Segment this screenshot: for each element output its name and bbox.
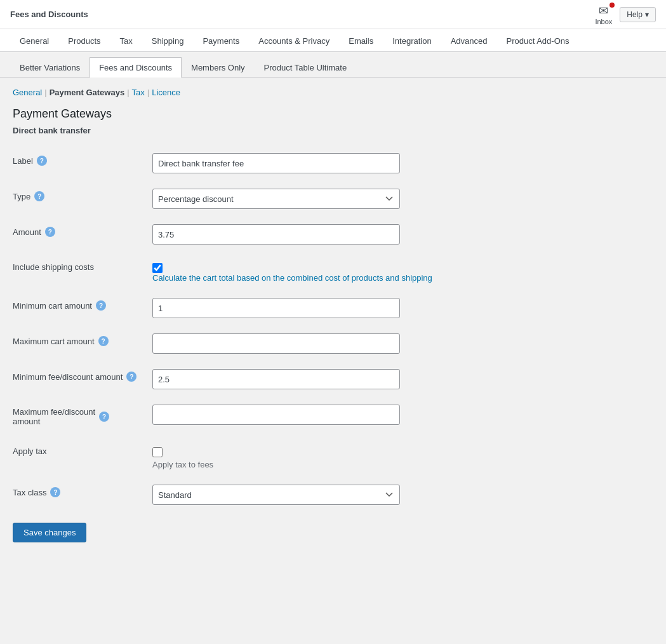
apply-tax-row: Apply tax Apply tax to fees xyxy=(13,436,653,477)
subsection-title: Direct bank transfer xyxy=(13,126,653,135)
breadcrumb-payment-gateways[interactable]: Payment Gateways xyxy=(50,88,125,97)
amount-input[interactable] xyxy=(152,224,400,245)
breadcrumb-sep-1: | xyxy=(44,88,46,97)
inbox-button[interactable]: ✉ Inbox xyxy=(595,4,612,25)
tab-tax[interactable]: Tax xyxy=(110,29,142,52)
max-cart-input[interactable] xyxy=(152,333,400,354)
breadcrumb: General | Payment Gateways | Tax | Licen… xyxy=(13,88,653,97)
tab-advanced[interactable]: Advanced xyxy=(441,29,497,52)
tax-class-row: Tax class ? Standard Reduced rate Zero r… xyxy=(13,477,653,513)
subtab-fees-and-discounts[interactable]: Fees and Discounts xyxy=(90,57,182,77)
breadcrumb-sep-2: | xyxy=(127,88,129,97)
include-shipping-row: Include shipping costs Calculate the car… xyxy=(13,252,653,290)
save-button[interactable]: Save changes xyxy=(13,523,86,542)
tab-shipping[interactable]: Shipping xyxy=(142,29,194,52)
tax-class-select[interactable]: Standard Reduced rate Zero rate xyxy=(152,485,400,505)
max-cart-help-icon[interactable]: ? xyxy=(98,336,109,346)
apply-tax-label: Apply tax xyxy=(13,446,46,456)
subtab-product-table-ultimate[interactable]: Product Table Ultimate xyxy=(255,57,357,77)
chevron-down-icon: ▾ xyxy=(645,10,649,19)
amount-field-label: Amount xyxy=(13,227,41,237)
breadcrumb-licence[interactable]: Licence xyxy=(152,88,180,97)
help-label: Help xyxy=(627,10,643,19)
min-cart-input[interactable] xyxy=(152,298,400,318)
include-shipping-desc: Calculate the cart total based on the co… xyxy=(152,273,653,283)
min-fee-row: Minimum fee/discount amount ? xyxy=(13,361,653,397)
type-field-label: Type xyxy=(13,192,30,201)
tab-product-add-ons[interactable]: Product Add-Ons xyxy=(497,29,579,52)
apply-tax-checkbox[interactable] xyxy=(152,447,163,457)
help-button[interactable]: Help ▾ xyxy=(620,7,656,22)
save-btn-row: Save changes xyxy=(13,513,653,553)
inbox-icon: ✉ xyxy=(599,4,608,18)
label-help-icon[interactable]: ? xyxy=(37,156,47,166)
apply-tax-desc: Apply tax to fees xyxy=(152,460,653,469)
type-select[interactable]: Percentage discount Fixed fee Fixed disc… xyxy=(152,189,400,209)
main-tabs: General Products Tax Shipping Payments A… xyxy=(0,29,666,52)
label-input[interactable] xyxy=(152,153,400,173)
min-cart-help-icon[interactable]: ? xyxy=(96,300,106,311)
breadcrumb-sep-3: | xyxy=(147,88,149,97)
tab-general[interactable]: General xyxy=(10,29,58,52)
breadcrumb-tax[interactable]: Tax xyxy=(132,88,145,97)
breadcrumb-general[interactable]: General xyxy=(13,88,42,97)
max-fee-help-icon[interactable]: ? xyxy=(99,412,109,422)
min-fee-help-icon[interactable]: ? xyxy=(126,372,137,382)
sub-tabs: Better Variations Fees and Discounts Mem… xyxy=(0,52,666,77)
max-cart-row: Maximum cart amount ? xyxy=(13,326,653,361)
type-help-icon[interactable]: ? xyxy=(34,191,44,201)
min-cart-row: Minimum cart amount ? xyxy=(13,290,653,326)
min-fee-input[interactable] xyxy=(152,369,400,389)
max-fee-row: Maximum fee/discountamount ? xyxy=(13,397,653,436)
tax-class-label: Tax class xyxy=(13,488,46,497)
tax-class-help-icon[interactable]: ? xyxy=(50,487,60,497)
page-title: Fees and Discounts xyxy=(10,10,88,19)
include-shipping-label: Include shipping costs xyxy=(13,262,94,272)
min-fee-label: Minimum fee/discount amount xyxy=(13,372,123,382)
section-title: Payment Gateways xyxy=(13,107,653,121)
amount-help-icon[interactable]: ? xyxy=(45,227,55,237)
form-table: Label ? Type ? xyxy=(13,145,653,513)
amount-row: Amount ? xyxy=(13,217,653,252)
tab-products[interactable]: Products xyxy=(58,29,110,52)
tab-accounts-privacy[interactable]: Accounts & Privacy xyxy=(249,29,339,52)
label-row: Label ? xyxy=(13,145,653,181)
tab-payments[interactable]: Payments xyxy=(193,29,249,52)
subtab-members-only[interactable]: Members Only xyxy=(182,57,255,77)
label-field-label: Label xyxy=(13,156,33,166)
max-cart-label: Maximum cart amount xyxy=(13,337,95,346)
type-row: Type ? Percentage discount Fixed fee Fix… xyxy=(13,181,653,217)
include-shipping-checkbox[interactable] xyxy=(152,263,163,273)
max-fee-input[interactable] xyxy=(152,405,400,425)
subtab-better-variations[interactable]: Better Variations xyxy=(10,57,90,77)
min-cart-label: Minimum cart amount xyxy=(13,301,92,311)
inbox-badge xyxy=(609,3,615,8)
tab-emails[interactable]: Emails xyxy=(339,29,383,52)
inbox-label: Inbox xyxy=(595,18,612,25)
max-fee-label: Maximum fee/discountamount xyxy=(13,407,95,426)
tab-integration[interactable]: Integration xyxy=(383,29,441,52)
